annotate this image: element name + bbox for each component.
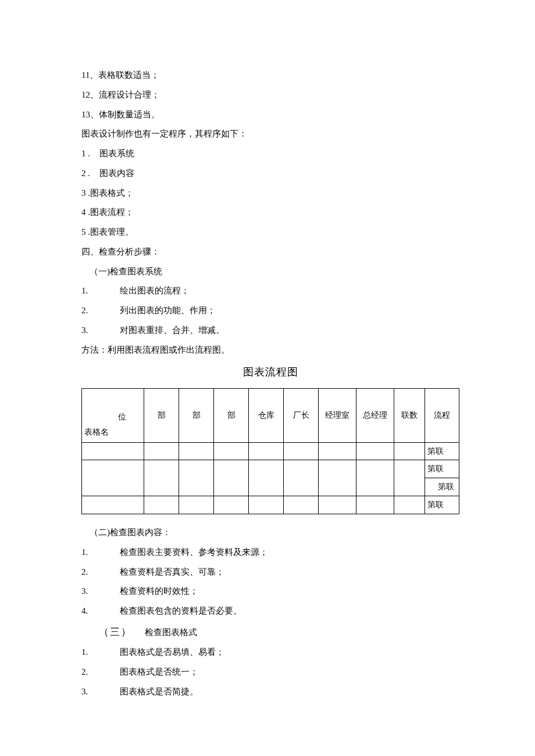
- list-num: 2.: [81, 303, 117, 319]
- list-text: 检查图表主要资料、参考资料及来源；: [120, 547, 268, 557]
- col-header: 部: [179, 388, 214, 442]
- col-header: 部: [214, 388, 249, 442]
- document-body: 11、表格联数适当； 12、流程设计合理； 13、体制数量适当。 图表设计制作也…: [0, 0, 535, 739]
- list-text: 图表系统: [92, 149, 134, 158]
- cell-flow: 第联: [425, 496, 459, 514]
- cell: [356, 442, 394, 460]
- cell: [214, 496, 249, 514]
- section-4-heading: 四、检查分析步骤：: [81, 244, 459, 260]
- sub2-item-2: 2. 检查资料是否真实、可靠；: [81, 564, 459, 581]
- sub3-item-3: 3. 图表格式是否简捷。: [81, 684, 459, 700]
- sub1-item-1: 1. 绘出图表的流程；: [81, 283, 459, 299]
- cell: [214, 442, 249, 460]
- sub2-item-1: 1. 检查图表主要资料、参考资料及来源；: [81, 544, 459, 561]
- list-num: 1 .: [81, 149, 90, 158]
- list-num: 2.: [81, 564, 117, 581]
- method-line: 方法：利用图表流程图或作出流程图。: [81, 342, 459, 359]
- list-text: 检查资料是否真实、可靠；: [120, 567, 224, 576]
- line-item-13: 13、体制数量适当。: [81, 107, 459, 123]
- cell: [319, 442, 356, 460]
- list-num: 2 .: [81, 169, 90, 178]
- list-text: 对图表重排、合并、增减。: [120, 325, 224, 335]
- flowchart-table: 位 表格名 部 部 部 仓库 厂长 经理室 总经理 联数 流程 第联 第联 第联…: [81, 388, 459, 515]
- table-row: 第联: [82, 496, 459, 514]
- cell: [82, 442, 144, 460]
- cell: [249, 442, 284, 460]
- corner-label-wei: 位: [118, 410, 126, 425]
- design-item-5: 5 .图表管理。: [81, 224, 459, 241]
- line-item-12: 12、流程设计合理；: [81, 87, 459, 103]
- design-item-2: 2 . 图表内容: [81, 166, 459, 182]
- cell: [356, 496, 394, 514]
- design-item-1: 1 . 图表系统: [81, 146, 459, 162]
- cell-flow: 第联: [425, 478, 459, 496]
- table-row: 第联: [82, 460, 459, 478]
- list-text: 检查图表包含的资料是否必要。: [120, 606, 242, 615]
- cell: [284, 442, 319, 460]
- table-row: 第联: [82, 442, 459, 460]
- sub3-item-1: 1. 图表格式是否易填、易看；: [81, 644, 459, 661]
- subsection-3-title: （三） 检查图表格式: [81, 623, 459, 641]
- col-header: 流程: [425, 388, 459, 442]
- subsection-2-title: （二)检查图表内容：: [81, 525, 459, 541]
- list-num: 1.: [81, 644, 117, 661]
- cell: [144, 496, 179, 514]
- cell: [284, 496, 319, 514]
- cell: [394, 496, 425, 514]
- subsection-1-title: （一)检查图表系统: [81, 264, 459, 280]
- cell-flow: 第联: [425, 460, 459, 478]
- design-intro: 图表设计制作也有一定程序，其程序如下：: [81, 126, 459, 142]
- table-title: 图表流程图: [81, 363, 459, 382]
- design-item-4: 4 .图表流程；: [81, 205, 459, 221]
- sub3-num: （三）: [99, 626, 132, 637]
- cell: [214, 460, 249, 496]
- cell: [144, 460, 179, 496]
- cell: [179, 442, 214, 460]
- list-text: 图表格式是否简捷。: [120, 687, 198, 696]
- list-text: 图表格式是否统一；: [120, 667, 198, 676]
- sub2-item-3: 3. 检查资料的时效性；: [81, 583, 459, 600]
- header-corner-cell: 位 表格名: [82, 388, 144, 442]
- list-text: 图表格式是否易填、易看；: [120, 647, 224, 657]
- list-num: 3.: [81, 323, 117, 339]
- list-num: 2.: [81, 664, 117, 680]
- col-header: 经理室: [319, 388, 356, 442]
- col-header: 仓库: [249, 388, 284, 442]
- sub3-item-2: 2. 图表格式是否统一；: [81, 664, 459, 680]
- col-header: 总经理: [356, 388, 394, 442]
- sub1-item-2: 2. 列出图表的功能、作用；: [81, 303, 459, 319]
- cell-flow: 第联: [425, 442, 459, 460]
- cell: [284, 460, 319, 496]
- cell: [319, 496, 356, 514]
- cell: [394, 460, 425, 496]
- list-num: 4.: [81, 603, 117, 619]
- cell: [82, 496, 144, 514]
- col-header: 厂长: [284, 388, 319, 442]
- cell: [249, 460, 284, 496]
- cell: [82, 460, 144, 496]
- list-text: 绘出图表的流程；: [120, 286, 190, 295]
- cell: [319, 460, 356, 496]
- design-item-3: 3 .图表格式；: [81, 185, 459, 202]
- col-header: 部: [144, 388, 179, 442]
- line-item-11: 11、表格联数适当；: [81, 67, 459, 84]
- sub2-item-4: 4. 检查图表包含的资料是否必要。: [81, 603, 459, 619]
- list-text: 检查资料的时效性；: [120, 586, 198, 596]
- list-num: 1.: [81, 544, 117, 561]
- list-num: 1.: [81, 283, 117, 299]
- list-num: 3.: [81, 583, 117, 600]
- table-header-row: 位 表格名 部 部 部 仓库 厂长 经理室 总经理 联数 流程: [82, 388, 459, 442]
- cell: [249, 496, 284, 514]
- col-header: 联数: [394, 388, 425, 442]
- sub1-item-3: 3. 对图表重排、合并、增减。: [81, 323, 459, 339]
- list-text: 图表内容: [92, 169, 134, 178]
- list-text: 列出图表的功能、作用；: [120, 306, 216, 315]
- cell: [179, 460, 214, 496]
- cell: [394, 442, 425, 460]
- corner-label-name: 表格名: [84, 425, 109, 440]
- cell: [179, 496, 214, 514]
- cell: [356, 460, 394, 496]
- cell: [144, 442, 179, 460]
- sub3-label: 检查图表格式: [134, 628, 197, 637]
- list-num: 3.: [81, 684, 117, 700]
